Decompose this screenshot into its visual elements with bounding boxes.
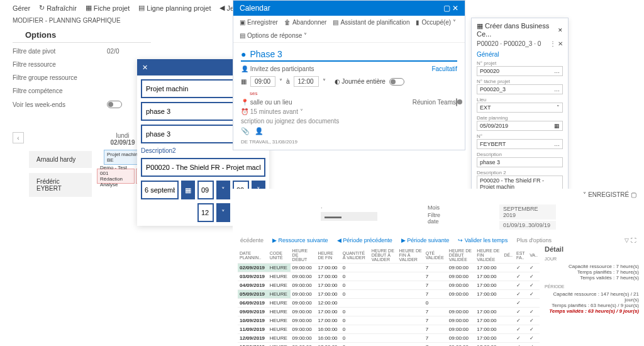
ts-next-res[interactable]: ▶ Ressource suivante xyxy=(272,237,328,243)
end-time-box[interactable]: 12:00 xyxy=(294,76,319,87)
bc-lieu-val[interactable]: EXT xyxy=(480,104,491,111)
table-row[interactable]: 05/09/2019HEURE09:00:0017:00:000709:00:0… xyxy=(238,290,540,299)
table-row[interactable]: 13/09/2019HEURE09:00:0017:00:000709:00:0… xyxy=(238,343,540,347)
filter-pivot-label: Filtre date pivot xyxy=(13,48,88,55)
bc-title: ▦ Créer dans Business Ce... xyxy=(477,22,558,38)
attach-icon-2[interactable]: 👤 xyxy=(255,127,264,135)
ts-month-val[interactable]: SEPTEMBRE 2019 xyxy=(499,204,556,220)
project-select[interactable] xyxy=(142,85,248,92)
phase-select[interactable] xyxy=(142,108,248,115)
task-chip-demo[interactable]: Demo - Test 001 Rédaction Analyse xyxy=(97,169,135,184)
table-row[interactable]: 09/09/2019HEURE09:00:0017:00:000709:00:0… xyxy=(238,308,540,316)
ts-filter-icon[interactable]: ▽ ⛶ xyxy=(625,237,636,243)
bc-project-val[interactable]: P00020 xyxy=(480,68,499,74)
bc-desc-val[interactable]: phase 3 xyxy=(480,159,500,165)
project-sheet-btn[interactable]: ▦ Fiche projet xyxy=(86,4,130,12)
ts-res-val[interactable]: ▬▬▬ xyxy=(321,212,377,221)
ts-detail-panel: Détail JOUR Capacité ressource : 7 heure… xyxy=(545,245,639,314)
bc-date-val[interactable]: 05/09/2019 xyxy=(480,123,508,129)
bc-desc2-val[interactable]: P00020 - The Shield FR - Projet machin xyxy=(480,177,560,190)
planning-line-btn[interactable]: ▤ Ligne planning projet xyxy=(138,4,211,12)
save-btn[interactable]: ▣ Enregistrer xyxy=(240,19,278,26)
modal-close-icon[interactable]: ✕ xyxy=(142,64,148,72)
filter-group-label: Filtre groupe ressource xyxy=(13,74,88,81)
start-hour[interactable] xyxy=(199,186,213,194)
desc-input[interactable] xyxy=(142,164,264,171)
bc-section-general: Général xyxy=(477,51,563,58)
weekends-toggle[interactable] xyxy=(107,101,122,108)
close-icon[interactable]: ✕ xyxy=(452,4,458,13)
task-chip-projet[interactable]: Projet machin BE xyxy=(104,150,142,165)
end-hour[interactable] xyxy=(199,209,213,216)
ts-next-per[interactable]: ▶ Période suivante xyxy=(401,237,450,243)
filter-pivot-value[interactable]: 02/0 xyxy=(107,48,119,55)
manage-btn[interactable]: Gérer xyxy=(13,4,30,12)
allday-toggle[interactable] xyxy=(389,78,404,86)
end-hour-dd-icon[interactable]: ˅ xyxy=(216,203,230,222)
calendar-title: Calendar xyxy=(240,4,270,13)
day-column: lundi 02/09/19 xyxy=(111,132,135,146)
ts-prev-per[interactable]: ◀ Période précédente xyxy=(337,237,392,243)
table-row[interactable]: 12/09/2019HEURE09:00:0016:00:000709:00:0… xyxy=(238,334,540,343)
bc-breadcrumb: P00020 · P00020_3 · 0 xyxy=(477,40,541,47)
timesheet-grid: DATE PLANNIN..CODE UNITÉHEURE DE DÉBUTHE… xyxy=(233,247,545,346)
teams-toggle[interactable] xyxy=(456,98,457,106)
warn-text: ses xyxy=(250,91,457,96)
table-row[interactable]: 03/09/2019HEURE09:00:0017:00:000709:00:0… xyxy=(238,272,540,281)
reminder-select[interactable]: 15 minutes avant xyxy=(250,108,298,115)
bc-close-icon[interactable]: ✕ xyxy=(558,27,563,33)
subject-input[interactable]: Phase 3 xyxy=(250,49,282,59)
planning-block: ‹ Arnauld hardy Frédéric EYBERT lundi 02… xyxy=(13,132,148,197)
bc-task-val[interactable]: P00020_3 xyxy=(480,86,506,92)
cal-date-icon[interactable]: ▦ xyxy=(241,78,247,85)
ts-valid-btn[interactable]: ↪ Valider les temps xyxy=(458,237,508,243)
desc-area[interactable]: scription ou joignez des documents xyxy=(241,118,457,125)
options-header: Options xyxy=(13,28,151,43)
bc-num-val[interactable]: FEYBERT xyxy=(480,141,506,147)
workday-label: DE TRAVAIL, 31/08/2019 xyxy=(241,139,457,145)
table-row[interactable]: 10/09/2019HEURE09:00:0017:00:000709:00:0… xyxy=(238,316,540,325)
minimize-icon[interactable]: ▢ xyxy=(443,4,450,13)
refresh-btn[interactable]: ↻ Rafraîchir xyxy=(39,4,77,12)
attach-icon[interactable]: 📎 xyxy=(241,127,250,135)
table-row[interactable]: 06/09/2019HEURE09:00:0012:00:000✓ xyxy=(238,299,540,308)
ts-filter-val[interactable]: 01/09/19..30/09/19 xyxy=(499,221,556,230)
ts-prev-res[interactable]: écédente xyxy=(240,237,264,243)
filter-weekends-label: Voir les week-ends xyxy=(13,101,88,108)
date-input[interactable] xyxy=(142,186,177,194)
timesheet-block: ˅ ENREGISTRÉ ▢ ·▬▬▬ MoisFiltre date SEPT… xyxy=(233,189,644,346)
calendar-icon[interactable]: ▦ xyxy=(181,181,195,199)
person-eybert[interactable]: Frédéric EYBERT xyxy=(29,173,92,197)
discard-btn[interactable]: 🗑 Abandonner xyxy=(284,19,327,26)
filter-competence-label: Filtre compétence xyxy=(13,87,88,94)
sched-btn[interactable]: ▤ Assistant de planification xyxy=(333,19,409,26)
saved-indicator: ENREGISTRÉ xyxy=(588,191,629,198)
optional-link[interactable]: Facultatif xyxy=(431,65,457,72)
ts-more-btn[interactable]: Plus d'options xyxy=(516,237,552,243)
table-row[interactable]: 02/09/2019HEURE09:00:0017:00:000709:00:0… xyxy=(238,264,540,272)
calendar-window: Calendar▢ ✕ ▣ Enregistrer 🗑 Abandonner ▤… xyxy=(233,0,465,150)
location-input[interactable]: salle ou un lieu xyxy=(250,99,292,106)
busy-btn[interactable]: ▮ Occupé(e) ˅ xyxy=(416,19,456,26)
table-row[interactable]: 04/09/2019HEURE09:00:0017:00:000709:00:0… xyxy=(238,281,540,290)
business-central-panel: ▦ Créer dans Business Ce...✕ P00020 · P0… xyxy=(471,18,569,217)
prev-day-btn[interactable]: ‹ xyxy=(13,132,24,143)
table-row[interactable]: 11/09/2019HEURE09:00:0016:00:000709:00:0… xyxy=(238,325,540,334)
person-hardy[interactable]: Arnauld hardy xyxy=(29,151,92,168)
filter-resource-label: Filtre ressource xyxy=(13,61,88,68)
start-time-box[interactable]: 09:00 xyxy=(250,76,275,87)
invite-label[interactable]: Invitez des participants xyxy=(250,65,314,72)
hour-dd-icon[interactable]: ˅ xyxy=(216,181,230,199)
response-btn[interactable]: ▤ Options de réponse ˅ xyxy=(240,32,307,39)
